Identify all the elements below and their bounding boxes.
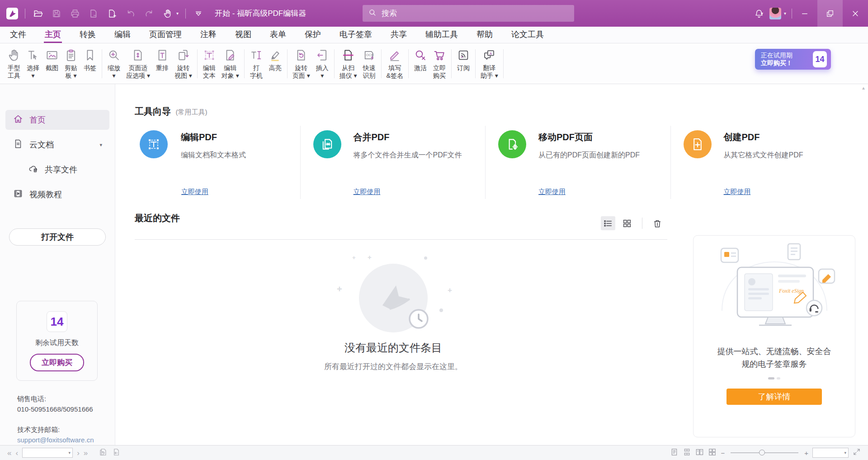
rotate-view-button[interactable]: 旋转视图 ▾ — [172, 46, 195, 84]
zoom-out-button[interactable]: − — [721, 449, 725, 457]
menu-tab-form[interactable]: 表单 — [269, 27, 287, 43]
open-file-button[interactable]: 打开文件 — [9, 228, 106, 246]
fit-screen-icon[interactable] — [853, 448, 861, 458]
previous-view-icon[interactable] — [99, 448, 107, 458]
minimize-button[interactable] — [792, 0, 817, 27]
edit-pdf-card[interactable]: 编辑PDF编辑文档和文本格式立即使用 — [115, 126, 300, 199]
grid-view-button[interactable] — [620, 216, 634, 230]
menu-tab-protect[interactable]: 保护 — [304, 27, 322, 43]
menu-tab-accessibility[interactable]: 辅助工具 — [425, 27, 459, 43]
zoom-level-caret-icon[interactable]: ▾ — [844, 451, 846, 455]
open-file-icon[interactable] — [32, 8, 44, 19]
sidebar-item-shared-files[interactable]: 共享文件 — [5, 160, 109, 180]
tool-label: 缩放 — [108, 64, 120, 72]
highlight-button[interactable]: 高亮 — [266, 46, 285, 84]
search-input[interactable] — [381, 9, 569, 19]
sidebar-item-home[interactable]: 首页 — [5, 110, 109, 130]
continuous-view-icon[interactable] — [683, 448, 691, 458]
notifications-bell-icon[interactable] — [753, 8, 765, 19]
move-pdf-pages-use-now-link[interactable]: 立即使用 — [538, 188, 566, 196]
zoom-level-box[interactable]: ▾ — [812, 448, 849, 458]
toolbar-divider — [102, 49, 102, 78]
buy-now-button[interactable]: 立即购买 — [430, 46, 449, 84]
add-page-icon[interactable] — [106, 8, 118, 19]
notifications-caret-icon[interactable]: ▾ — [761, 11, 763, 16]
single-page-view-icon[interactable] — [670, 448, 679, 458]
zoom-in-button[interactable]: + — [804, 449, 808, 457]
page-fit-button[interactable]: 页面适应选项 ▾ — [123, 46, 153, 84]
zoom-slider-thumb[interactable] — [759, 450, 765, 455]
menu-tab-view[interactable]: 视图 — [234, 27, 252, 43]
account-caret-icon[interactable]: ▾ — [784, 11, 786, 16]
menu-tab-comment[interactable]: 注释 — [199, 27, 217, 43]
menu-tab-help[interactable]: 帮助 — [476, 27, 494, 43]
move-pdf-pages-card[interactable]: 移动PDF页面从已有的PDF页面创建新的PDF立即使用 — [485, 126, 670, 199]
save-icon — [51, 8, 62, 19]
buy-now-button[interactable]: 立即购买 — [30, 354, 84, 371]
close-window-button[interactable] — [843, 0, 868, 27]
sidebar-item-cloud-docs[interactable]: 云文档▾ — [5, 135, 109, 155]
collapse-toolbar-icon[interactable] — [193, 8, 204, 19]
hand-tool-button[interactable]: 手型工具 — [5, 46, 24, 84]
previous-page-button[interactable]: ‹ — [15, 449, 18, 457]
menu-tab-page-organize[interactable]: 页面管理 — [148, 27, 183, 43]
scanner-button[interactable]: 从扫描仪 ▾ — [337, 46, 360, 84]
chevron-down-icon[interactable]: ▾ — [99, 142, 102, 148]
user-avatar[interactable] — [769, 8, 781, 19]
reflow-button[interactable]: 重排 — [153, 46, 172, 84]
hand-tool-caret-icon[interactable]: ▾ — [176, 11, 179, 16]
menu-tab-file[interactable]: 文件 — [9, 27, 27, 43]
zoom-slider[interactable] — [731, 452, 798, 453]
bookmark-button[interactable]: 书签 — [80, 46, 99, 84]
menu-tab-edit[interactable]: 编辑 — [113, 27, 132, 43]
subscribe-button[interactable]: 订阅 — [454, 46, 473, 84]
clear-recent-trash-icon[interactable] — [650, 216, 665, 230]
clipboard-button[interactable]: 剪贴板 ▾ — [61, 46, 80, 84]
sidebar-item-video-tutorials[interactable]: 视频教程 — [5, 185, 109, 204]
hand-tool-quick-icon[interactable] — [162, 8, 174, 19]
page-number-input[interactable] — [24, 449, 68, 457]
facing-continuous-view-icon[interactable] — [708, 448, 717, 458]
merge-pdf-use-now-link[interactable]: 立即使用 — [354, 188, 381, 196]
learn-more-button[interactable]: 了解详情 — [726, 389, 822, 405]
zoom-button[interactable]: 缩放▾ — [104, 46, 123, 84]
edit-object-button[interactable]: 编辑对象 ▾ — [219, 46, 242, 84]
restore-window-button[interactable] — [817, 0, 843, 27]
menu-tab-convert[interactable]: 转换 — [79, 27, 97, 43]
facing-view-icon[interactable] — [695, 448, 704, 458]
rotate-page-button[interactable]: 旋转页面 ▾ — [290, 46, 313, 84]
insert-button[interactable]: 插入▾ — [313, 46, 332, 84]
translate-button[interactable]: A翻译助手 ▾ — [478, 46, 501, 84]
ocr-button[interactable]: OCR快速识别 — [360, 46, 379, 84]
last-page-button[interactable]: » — [84, 449, 88, 457]
contact-info: 销售电话: 010-50951668/50951666 技术支持邮箱: supp… — [17, 394, 94, 445]
typewriter-button[interactable]: 打字机 — [247, 46, 266, 84]
menu-tab-esign[interactable]: 电子签章 — [339, 27, 373, 43]
fill-sign-button[interactable]: 填写&签名 — [384, 46, 406, 84]
page-number-caret-icon[interactable]: ▾ — [69, 451, 71, 455]
activate-button[interactable]: 激活 — [411, 46, 430, 84]
menu-tab-paper-tools[interactable]: 论文工具 — [510, 27, 545, 43]
next-view-icon[interactable] — [111, 448, 120, 458]
edit-pdf-use-now-link[interactable]: 立即使用 — [181, 188, 208, 196]
page-number-box[interactable]: ▾ — [22, 448, 73, 458]
merge-pdf-card[interactable]: 合并PDF将多个文件合并生成一个PDF文件立即使用 — [300, 126, 486, 199]
carousel-dots[interactable] — [693, 377, 855, 379]
support-email-link[interactable]: support@foxitsoftware.cn — [17, 435, 94, 445]
create-pdf-card[interactable]: 创建PDF从其它格式文件创建PDF立即使用 — [670, 126, 856, 199]
create-pdf-use-now-link[interactable]: 立即使用 — [724, 188, 751, 196]
menu-tab-share[interactable]: 共享 — [390, 27, 408, 43]
next-page-button[interactable]: › — [77, 449, 80, 457]
scrollbar-up-icon[interactable]: ▲ — [861, 85, 866, 90]
menu-tab-home[interactable]: 主页 — [44, 27, 62, 43]
list-view-button[interactable] — [601, 216, 615, 230]
toolbar-divider — [503, 49, 504, 78]
trial-purchase-badge[interactable]: 正在试用期 立即购买！ 14 — [755, 49, 831, 70]
select-button[interactable]: 选择▾ — [24, 46, 42, 84]
snapshot-button[interactable]: 截图 — [42, 46, 61, 84]
tool-label: 剪贴 — [65, 64, 77, 72]
edit-text-button[interactable]: 编辑文本 — [200, 46, 219, 84]
toolbar-divider — [408, 49, 409, 78]
first-page-button[interactable]: « — [7, 449, 11, 457]
search-box[interactable] — [363, 5, 574, 22]
